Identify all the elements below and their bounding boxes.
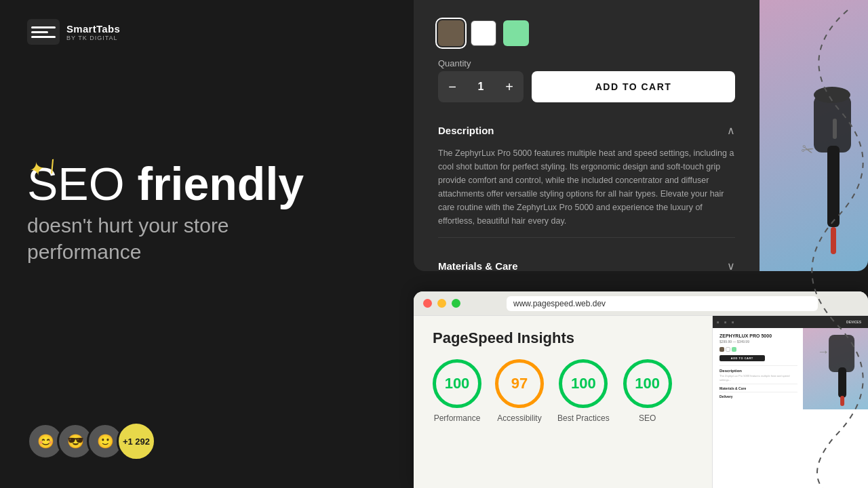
score-label-seo: SEO xyxy=(639,413,656,423)
pagespeed-preview: ⊞ ⊞ ⊞ DEVICES ZEPHYRLUX PRO 5000 $299.99… xyxy=(712,316,868,488)
left-section: SmartTabs BY TK DIGITAL ✦ / SEO friendly… xyxy=(0,0,414,488)
mini-hair-dryer xyxy=(803,328,868,409)
mini-delivery: Delivery xyxy=(719,394,797,399)
traffic-light-red[interactable] xyxy=(423,299,432,308)
svg-rect-8 xyxy=(838,367,846,398)
mini-devices-label: DEVICES xyxy=(846,320,861,324)
mini-desc-header: Description xyxy=(719,369,797,373)
color-swatches xyxy=(438,20,735,46)
product-image-area xyxy=(760,0,868,271)
mini-color-options xyxy=(719,347,797,352)
score-seo: 100 SEO xyxy=(623,359,672,423)
sub-line2: performance xyxy=(27,241,141,263)
score-best-practices: 100 Best Practices xyxy=(557,359,610,423)
description-accordion-header[interactable]: Description ∧ xyxy=(438,115,735,146)
materials-accordion-header[interactable]: Materials & Care ∨ xyxy=(438,250,735,271)
description-accordion: Description ∧ The ZephyrLux Pro 5000 fea… xyxy=(438,115,735,238)
quantity-label: Quantity xyxy=(438,58,735,68)
logo-sub: BY TK DIGITAL xyxy=(66,35,120,41)
traffic-light-yellow[interactable] xyxy=(437,299,446,308)
score-value-best-practices: 100 xyxy=(571,375,596,392)
add-to-cart-button[interactable]: ADD TO CART xyxy=(532,71,735,102)
score-value-seo: 100 xyxy=(635,375,660,392)
score-value-accessibility: 97 xyxy=(511,375,528,392)
mini-delivery-section: Delivery xyxy=(719,392,797,399)
product-form: Quantity − 1 + ADD TO CART Description ∧… xyxy=(414,0,760,271)
swatch-mint[interactable] xyxy=(503,20,529,46)
quantity-decrease-button[interactable]: − xyxy=(438,71,467,102)
address-bar[interactable]: www.pagespeed.web.dev xyxy=(507,296,818,311)
score-label-best-practices: Best Practices xyxy=(557,413,610,423)
traffic-light-green[interactable] xyxy=(452,299,460,308)
avatars-area: 😊 😎 🙂 +1 292 xyxy=(27,422,156,461)
score-circle-accessibility: 97 xyxy=(495,359,544,408)
mini-product-name: ZEPHYRLUX PRO 5000 xyxy=(719,333,797,338)
materials-chevron-icon: ∨ xyxy=(727,260,735,271)
quantity-section: Quantity − 1 + ADD TO CART xyxy=(438,58,735,102)
logo-name: SmartTabs xyxy=(66,23,120,35)
description-chevron-icon: ∧ xyxy=(727,124,735,137)
score-label-performance: Performance xyxy=(434,413,481,423)
product-panel: Quantity − 1 + ADD TO CART Description ∧… xyxy=(414,0,868,271)
pagespeed-main: PageSpeed Insights 100 Performance 97 Ac… xyxy=(414,316,712,488)
mini-materials-section: Materials & Care xyxy=(719,384,797,390)
sub-headline: doesn't hurt your store performance xyxy=(27,212,304,265)
scores-row: 100 Performance 97 Accessibility 100 xyxy=(433,359,693,423)
sub-line1: doesn't hurt your store xyxy=(27,214,229,237)
logo-area: SmartTabs BY TK DIGITAL xyxy=(27,19,387,45)
score-accessibility: 97 Accessibility xyxy=(495,359,544,423)
svg-rect-5 xyxy=(831,227,836,254)
hair-dryer-illustration xyxy=(773,81,868,271)
score-circle-performance: 100 xyxy=(433,359,481,408)
swatch-brown[interactable] xyxy=(438,20,464,46)
materials-accordion: Materials & Care ∨ xyxy=(438,250,735,271)
score-label-accessibility: Accessibility xyxy=(497,413,541,423)
quantity-value: 1 xyxy=(467,81,495,93)
mini-product-page: ⊞ ⊞ ⊞ DEVICES ZEPHYRLUX PRO 5000 $299.99… xyxy=(713,316,868,488)
url-text: www.pagespeed.web.dev xyxy=(513,299,606,308)
mini-header-tab3: ⊞ xyxy=(732,321,734,324)
svg-rect-7 xyxy=(829,335,854,372)
score-performance: 100 Performance xyxy=(433,359,481,423)
quantity-control: − 1 + xyxy=(438,71,524,102)
mini-header: ⊞ ⊞ ⊞ DEVICES xyxy=(713,316,868,328)
description-title: Description xyxy=(438,125,494,136)
headline-friendly: friendly xyxy=(138,158,304,209)
mini-product-image xyxy=(803,328,868,409)
svg-point-3 xyxy=(814,87,850,103)
window-chrome: www.pagespeed.web.dev xyxy=(414,291,868,316)
score-circle-best-practices: 100 xyxy=(559,359,608,408)
mini-header-tab2: ⊞ xyxy=(724,321,726,324)
swatch-white[interactable] xyxy=(471,20,496,46)
mini-add-cart: ADD TO CART xyxy=(719,355,765,361)
score-value-performance: 100 xyxy=(445,375,470,392)
mini-header-tab1: ⊞ xyxy=(717,321,719,324)
pagespeed-panel: www.pagespeed.web.dev PageSpeed Insights… xyxy=(414,291,868,488)
svg-rect-9 xyxy=(840,396,844,406)
mini-desc-text: The ZephyrLux Pro 5000 features multiple… xyxy=(719,374,797,382)
mini-desc-section: Description The ZephyrLux Pro 5000 featu… xyxy=(719,365,797,382)
svg-rect-4 xyxy=(827,146,840,227)
quantity-row: − 1 + ADD TO CART xyxy=(438,71,735,102)
svg-rect-2 xyxy=(814,95,851,152)
materials-title: Materials & Care xyxy=(438,260,518,271)
logo-icon xyxy=(27,19,60,45)
score-circle-seo: 100 xyxy=(623,359,672,408)
quantity-increase-button[interactable]: + xyxy=(495,71,524,102)
mini-product-price: $299.99 — $349.99 xyxy=(719,340,797,344)
description-content: The ZephyrLux Pro 5000 features multiple… xyxy=(438,146,735,237)
pagespeed-title: PageSpeed Insights xyxy=(433,329,693,347)
pagespeed-body: PageSpeed Insights 100 Performance 97 Ac… xyxy=(414,316,868,488)
svg-rect-6 xyxy=(833,119,837,139)
mini-materials: Materials & Care xyxy=(719,386,797,390)
logo-text: SmartTabs BY TK DIGITAL xyxy=(66,23,120,41)
avatar-count: +1 292 xyxy=(117,422,156,461)
headline-area: ✦ / SEO friendly doesn't hurt your store… xyxy=(27,136,304,265)
